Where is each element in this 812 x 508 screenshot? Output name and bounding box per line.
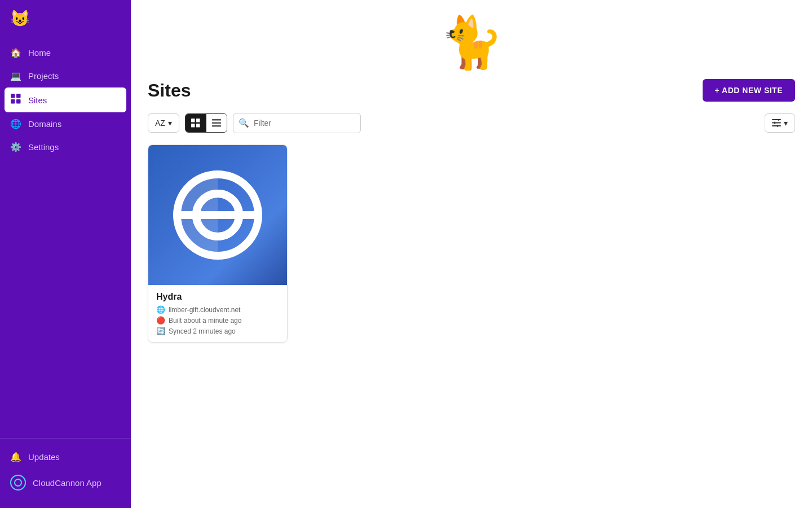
main-content: 🐈 Sites + ADD NEW SITE AZ ▾ bbox=[131, 0, 812, 508]
svg-rect-2 bbox=[11, 99, 15, 104]
filter-icon bbox=[772, 119, 781, 127]
site-built-row: 🔴 Built about a minute ago bbox=[156, 316, 279, 325]
site-synced: Synced 2 minutes ago bbox=[169, 327, 236, 335]
svg-rect-4 bbox=[191, 119, 195, 122]
svg-rect-13 bbox=[772, 125, 781, 126]
sidebar-item-updates[interactable]: 🔔 Updates bbox=[0, 445, 131, 468]
sort-chevron-icon: ▾ bbox=[168, 119, 172, 128]
sidebar-item-sites[interactable]: Sites bbox=[5, 87, 126, 112]
svg-rect-16 bbox=[777, 125, 778, 127]
site-meta-hydra: 🌐 limber-gift.cloudvent.net 🔴 Built abou… bbox=[156, 305, 279, 335]
sidebar: 😺 🏠 Home 💻 Projects Sites 🌐 Domains bbox=[0, 0, 131, 508]
build-icon: 🔴 bbox=[156, 316, 165, 325]
sidebar-item-projects-label: Projects bbox=[28, 71, 59, 81]
svg-rect-6 bbox=[191, 124, 195, 128]
filter-chevron-icon: ▾ bbox=[784, 119, 788, 128]
cloudcannon-icon bbox=[10, 475, 26, 491]
site-info-hydra: Hydra 🌐 limber-gift.cloudvent.net 🔴 Buil… bbox=[148, 285, 287, 342]
svg-rect-14 bbox=[778, 119, 779, 121]
site-synced-row: 🔄 Synced 2 minutes ago bbox=[156, 327, 279, 335]
sort-button[interactable]: AZ ▾ bbox=[148, 113, 179, 133]
main-header: 🐈 bbox=[131, 0, 812, 79]
grid-icon bbox=[191, 119, 200, 128]
sidebar-item-home-label: Home bbox=[28, 48, 51, 58]
sidebar-item-domains[interactable]: 🌐 Domains bbox=[0, 112, 131, 135]
view-toggle bbox=[185, 113, 227, 133]
search-wrap: 🔍 bbox=[233, 113, 759, 133]
sort-label: AZ bbox=[155, 119, 165, 128]
svg-rect-11 bbox=[772, 119, 781, 120]
sidebar-item-cloudcannon[interactable]: CloudCannon App bbox=[0, 468, 131, 497]
sites-grid: Hydra 🌐 limber-gift.cloudvent.net 🔴 Buil… bbox=[131, 144, 812, 343]
cloudcannon-label: CloudCannon App bbox=[33, 478, 102, 488]
site-url-row: 🌐 limber-gift.cloudvent.net bbox=[156, 305, 279, 314]
svg-rect-1 bbox=[16, 94, 21, 98]
domains-icon: 🌐 bbox=[10, 119, 21, 129]
svg-rect-12 bbox=[772, 122, 781, 124]
sidebar-item-home[interactable]: 🏠 Home bbox=[0, 41, 131, 64]
svg-rect-5 bbox=[196, 119, 200, 122]
svg-rect-3 bbox=[16, 99, 21, 104]
sidebar-nav: 🏠 Home 💻 Projects Sites 🌐 Domains ⚙️ bbox=[0, 37, 131, 438]
bell-icon: 🔔 bbox=[10, 452, 21, 462]
sidebar-logo[interactable]: 😺 bbox=[0, 0, 131, 37]
cat-decoration: 🐈 bbox=[440, 17, 503, 68]
sidebar-item-domains-label: Domains bbox=[28, 119, 61, 129]
list-icon bbox=[212, 119, 221, 128]
svg-rect-15 bbox=[774, 122, 775, 124]
svg-rect-8 bbox=[212, 119, 221, 121]
globe-icon: 🌐 bbox=[156, 305, 165, 314]
site-built: Built about a minute ago bbox=[169, 317, 241, 325]
page-title-row: Sites + ADD NEW SITE bbox=[131, 79, 812, 113]
sites-icon bbox=[10, 94, 21, 106]
site-card-hydra[interactable]: Hydra 🌐 limber-gift.cloudvent.net 🔴 Buil… bbox=[148, 144, 288, 343]
site-logo-hydra bbox=[173, 170, 263, 260]
svg-rect-0 bbox=[11, 94, 15, 98]
app-logo: 😺 bbox=[10, 9, 30, 28]
home-icon: 🏠 bbox=[10, 47, 21, 58]
svg-rect-19 bbox=[177, 211, 258, 219]
sidebar-bottom: 🔔 Updates CloudCannon App bbox=[0, 438, 131, 508]
search-icon: 🔍 bbox=[239, 118, 249, 128]
sync-icon: 🔄 bbox=[156, 327, 165, 335]
svg-rect-7 bbox=[196, 124, 200, 128]
cloudcannon-inner-ring bbox=[14, 479, 22, 487]
svg-rect-9 bbox=[212, 122, 221, 124]
grid-view-button[interactable] bbox=[186, 114, 206, 132]
site-thumbnail-hydra bbox=[148, 145, 287, 285]
add-new-site-button[interactable]: + ADD NEW SITE bbox=[703, 79, 795, 102]
filter-button[interactable]: ▾ bbox=[765, 113, 795, 133]
site-url: limber-gift.cloudvent.net bbox=[169, 306, 240, 314]
sidebar-item-sites-label: Sites bbox=[28, 95, 47, 105]
sidebar-item-settings-label: Settings bbox=[28, 142, 59, 152]
projects-icon: 💻 bbox=[10, 71, 21, 81]
svg-rect-10 bbox=[212, 125, 221, 127]
updates-label: Updates bbox=[28, 452, 60, 462]
search-input[interactable] bbox=[233, 113, 361, 133]
site-name-hydra: Hydra bbox=[156, 292, 279, 302]
settings-icon: ⚙️ bbox=[10, 142, 21, 152]
sidebar-item-settings[interactable]: ⚙️ Settings bbox=[0, 135, 131, 159]
toolbar: AZ ▾ 🔍 bbox=[131, 113, 812, 144]
page-title: Sites bbox=[148, 80, 191, 101]
sidebar-item-projects[interactable]: 💻 Projects bbox=[0, 64, 131, 87]
list-view-button[interactable] bbox=[206, 114, 227, 132]
